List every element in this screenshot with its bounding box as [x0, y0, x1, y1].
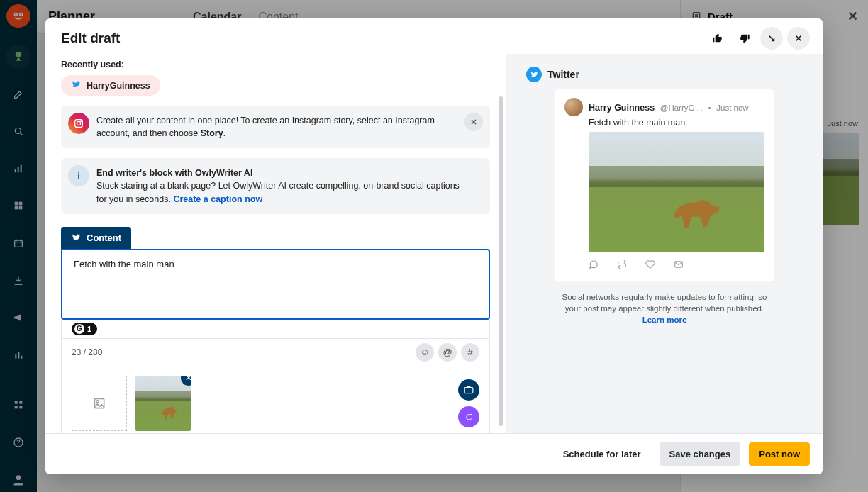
account-chip[interactable]: HarryGuinness: [61, 75, 160, 96]
learn-more-link[interactable]: Learn more: [642, 315, 687, 324]
close-modal-icon[interactable]: [787, 27, 810, 50]
instagram-icon: [68, 113, 89, 134]
content-tab[interactable]: Content: [61, 227, 131, 249]
twitter-icon: [71, 79, 81, 91]
char-count: 23 / 280: [72, 347, 102, 357]
like-icon[interactable]: [645, 259, 655, 272]
owly-body: Stuck staring at a blank page? Let OwlyW…: [96, 181, 460, 203]
owly-tip-card: i End writer's block with OwlyWriter AI …: [61, 158, 490, 213]
canva-icon[interactable]: C: [458, 406, 479, 427]
instagram-tip-text-b: Story: [201, 128, 223, 138]
twitter-icon: [526, 67, 542, 82]
post-text-input[interactable]: Fetch with the main man: [62, 250, 489, 318]
edit-draft-modal: Edit draft Recently used: Harry: [45, 18, 823, 474]
avatar: [564, 98, 583, 116]
thumbs-up-icon[interactable]: [706, 27, 729, 50]
separator: •: [708, 104, 711, 112]
preview-pane: Twitter Harry Guinness @HarryG… • Just n…: [506, 54, 823, 433]
instagram-tip-card: Create all your content in one place! To…: [61, 106, 490, 148]
svg-point-27: [96, 400, 99, 402]
content-tab-label: Content: [87, 233, 121, 243]
composer-pane: Recently used: HarryGuinness Create all …: [45, 54, 506, 433]
svg-point-24: [77, 121, 80, 125]
preview-handle: @HarryG…: [660, 104, 703, 112]
emoji-icon[interactable]: ☺: [416, 343, 434, 362]
tweet-preview: Harry Guinness @HarryG… • Just now Fetch…: [555, 89, 774, 281]
post-now-button[interactable]: Post now: [749, 442, 810, 466]
grammarly-pill[interactable]: G 1: [72, 323, 97, 335]
preview-name: Harry Guinness: [589, 103, 655, 113]
save-button[interactable]: Save changes: [660, 442, 741, 466]
scrollbar[interactable]: [499, 96, 503, 426]
account-chip-label: HarryGuinness: [87, 81, 150, 91]
preview-image: [589, 132, 764, 252]
modal-footer: Schedule for later Save changes Post now: [45, 433, 823, 474]
svg-rect-26: [94, 398, 104, 408]
share-icon[interactable]: [674, 259, 684, 272]
disclaimer-text: Social networks regularly make updates t…: [562, 293, 767, 313]
media-library-icon[interactable]: [458, 379, 479, 401]
hashtag-icon[interactable]: #: [461, 343, 479, 362]
media-thumbnail[interactable]: ✕: [135, 376, 191, 431]
recently-used-label: Recently used:: [61, 60, 490, 69]
schedule-button[interactable]: Schedule for later: [553, 442, 651, 466]
instagram-tip-text-c: .: [223, 128, 226, 138]
preview-network: Twitter: [547, 69, 579, 80]
instagram-tip-text-a: Create all your content in one place! To…: [96, 116, 435, 138]
thumbs-down-icon[interactable]: [733, 27, 756, 50]
mention-icon[interactable]: @: [438, 343, 457, 362]
info-icon: i: [68, 165, 89, 186]
retweet-icon[interactable]: [617, 259, 627, 272]
add-media-button[interactable]: [72, 376, 127, 431]
twitter-icon: [71, 233, 81, 242]
preview-text: Fetch with the main man: [589, 118, 764, 128]
grammarly-icon: G: [74, 324, 84, 334]
svg-point-25: [81, 121, 82, 121]
reply-icon[interactable]: [589, 259, 599, 272]
dismiss-tip-icon[interactable]: [464, 113, 483, 131]
owly-link[interactable]: Create a caption now: [173, 194, 262, 204]
editor-box: Fetch with the main man: [61, 249, 490, 320]
grammarly-count: 1: [87, 325, 91, 333]
minimize-icon[interactable]: [760, 27, 783, 50]
modal-title: Edit draft: [61, 30, 120, 46]
owly-title: End writer's block with OwlyWriter AI: [96, 168, 252, 178]
preview-time: Just now: [716, 104, 748, 112]
